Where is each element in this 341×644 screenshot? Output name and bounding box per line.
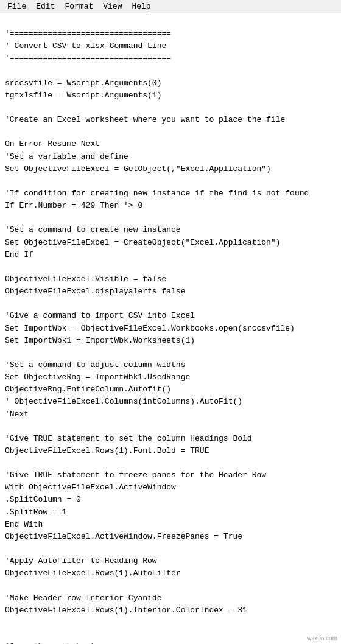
code-line: 'Set a variable and define [5, 151, 336, 163]
code-line [5, 298, 336, 310]
code-line: ObjectiveFileExcel.displayalerts=false [5, 285, 336, 298]
code-line: 'Save the worksheet [5, 641, 336, 644]
code-line: ObjectiveFileExcel.Visible = false [5, 273, 336, 285]
code-line [5, 543, 336, 555]
code-line: 'If condition for creating new instance … [5, 187, 336, 200]
code-line [5, 261, 336, 273]
code-line: Set ObjectiveFileExcel = GetObject(,"Exc… [5, 163, 336, 175]
code-line: 'Give a command to import CSV into Excel [5, 310, 336, 322]
code-line [5, 212, 336, 224]
code-line [5, 65, 336, 77]
code-line: 'Create an Excel worksheet where you wan… [5, 114, 336, 126]
code-line: ObjectiveFileExcel.Rows(1).Interior.Colo… [5, 604, 336, 617]
code-line: 'Give TRUE statement to set the column H… [5, 433, 336, 445]
code-line: .SplitRow = 1 [5, 506, 336, 519]
code-line: Set ObjectiveRng = ImportWbk1.UsedRange [5, 371, 336, 383]
code-line: 'Next [5, 408, 336, 421]
code-line: srccsvfile = Wscript.Arguments(0) [5, 77, 336, 89]
code-line: ' ObjectiveFileExcel.Columns(intColumns)… [5, 396, 336, 408]
code-line: .SplitColumn = 0 [5, 494, 336, 506]
code-line: Set ImportWbk = ObjectiveFileExcel.Workb… [5, 323, 336, 335]
code-line [5, 102, 336, 114]
code-line: End With [5, 519, 336, 531]
code-line: ObjectiveFileExcel.Rows(1).AutoFilter [5, 567, 336, 579]
menu-format[interactable]: Format [60, 1, 98, 12]
code-line [5, 175, 336, 187]
menu-view[interactable]: View [98, 1, 127, 12]
code-line: 'Make Header row Interior Cyanide [5, 592, 336, 604]
code-line [5, 617, 336, 629]
code-line: If Err.Number = 429 Then '> 0 [5, 200, 336, 212]
code-line: '================================== [5, 52, 336, 65]
code-line: 'Give TRUE statement to freeze panes for… [5, 469, 336, 481]
code-line: Set ObjectiveFileExcel = CreateObject("E… [5, 237, 336, 249]
code-line [5, 347, 336, 359]
code-line: 'Apply AutoFilter to Heading Row [5, 555, 336, 567]
code-line: '================================== [5, 28, 336, 40]
code-line: ObjectiveRng.EntireColumn.Autofit() [5, 383, 336, 396]
code-line: tgtxlsfile = Wscript.Arguments(1) [5, 89, 336, 102]
code-line: ' Convert CSV to xlsx Command Line [5, 40, 336, 52]
code-line: 'Set a command to adjust column widths [5, 359, 336, 371]
code-line [5, 421, 336, 433]
code-line: Set ImportWbk1 = ImportWbk.Worksheets(1) [5, 335, 336, 347]
menu-bar: File Edit Format View Help [0, 0, 341, 13]
menu-help[interactable]: Help [127, 1, 155, 12]
code-line [5, 126, 336, 138]
code-line: With ObjectiveFileExcel.ActiveWindow [5, 481, 336, 494]
code-line: ObjectiveFileExcel.Rows(1).Font.Bold = T… [5, 445, 336, 457]
menu-file[interactable]: File [2, 1, 31, 12]
watermark: wsxdn.com [307, 635, 337, 642]
code-editor: '==================================' Con… [0, 13, 341, 644]
menu-edit[interactable]: Edit [31, 1, 60, 12]
code-line [5, 579, 336, 592]
code-line [5, 629, 336, 641]
code-line [5, 457, 336, 469]
code-line: On Error Resume Next [5, 138, 336, 150]
code-line: End If [5, 249, 336, 261]
code-line: 'Set a command to create new instance [5, 224, 336, 236]
code-line: ObjectiveFileExcel.ActiveWindow.FreezePa… [5, 531, 336, 543]
